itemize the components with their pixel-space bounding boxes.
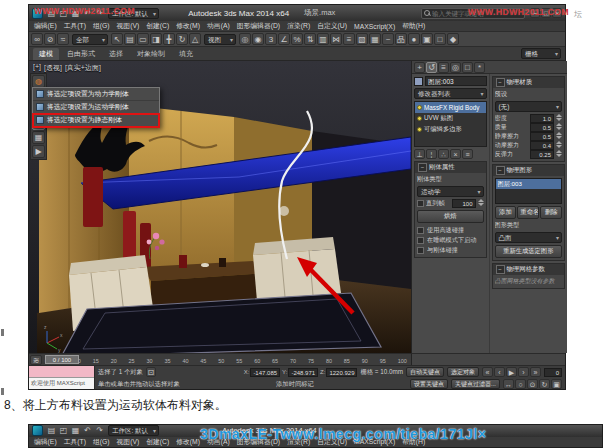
rigid-option-row[interactable]: 与刚体碰撞 [417, 245, 484, 255]
menu-item[interactable]: 组(G) [93, 21, 110, 31]
coordinate-system-dropdown[interactable]: 视图 [204, 34, 236, 45]
menu-item[interactable]: 工具(T) [64, 21, 86, 31]
ribbon-tab[interactable]: 填充 [173, 48, 199, 60]
spinner-control[interactable] [478, 199, 484, 208]
flyout-menu-item[interactable]: 将选定项设置为静态刚体 [33, 114, 159, 127]
listener-script-line[interactable]: 欢迎使用 MAXScript [29, 378, 94, 389]
modifier-stack-row[interactable]: UVW 贴图 [415, 113, 486, 124]
rigid-type-dropdown[interactable]: 运动学 [417, 186, 484, 197]
viewport-menu-pov[interactable]: [透视] [44, 63, 62, 73]
window-crossing-icon[interactable]: ◨ [150, 33, 162, 45]
param-value[interactable]: 0.5 [530, 123, 554, 132]
selection-lock-icon[interactable]: ⊡ [146, 367, 156, 377]
go-to-end-icon[interactable]: » [530, 367, 541, 377]
track-bar[interactable]: ≋ 05101520253035404550556065707580859095… [29, 353, 411, 365]
maximize-viewport-icon[interactable]: ▣ [551, 379, 562, 389]
ribbon-tab[interactable]: 建模 [33, 48, 59, 60]
angle-snap-icon[interactable]: ∠ [278, 33, 290, 45]
selection-region-icon[interactable]: ▭ [137, 33, 149, 45]
play-icon[interactable]: ▶ [506, 367, 517, 377]
motion-tab-icon[interactable]: ◎ [450, 62, 461, 73]
rigid-option-row[interactable]: 使用高速碰撞 [417, 225, 484, 235]
use-pivot-center-icon[interactable]: ◎ [239, 33, 251, 45]
previous-frame-icon[interactable]: ‹ [494, 367, 505, 377]
menu-item[interactable]: 自定义(U) [317, 21, 347, 31]
menu-item[interactable]: 帮助(H) [402, 21, 425, 31]
transform-type-in[interactable]: Z: 1220.929 [320, 368, 357, 377]
zoom-extents-icon[interactable]: ⊙ [527, 379, 538, 389]
shape-type-dropdown[interactable]: 凸面 [495, 232, 563, 243]
menu-item[interactable]: 视图(V) [117, 21, 140, 31]
axis-value[interactable]: -248.971 [288, 368, 318, 377]
utilities-tab-icon[interactable]: * [474, 62, 485, 73]
select-object-icon[interactable]: ↖ [111, 33, 123, 45]
display-tab-icon[interactable]: □ [462, 62, 473, 73]
add-time-tag[interactable]: 添加时间标记 [276, 380, 314, 389]
axis-value[interactable]: -147.085 [250, 368, 280, 377]
rollout-header[interactable]: 物理材质 [493, 77, 565, 88]
mcloth-icon[interactable]: ▦ [32, 131, 45, 144]
option-checkbox[interactable] [417, 247, 424, 254]
transform-type-in[interactable]: Y: -248.971 [282, 368, 318, 377]
flyout-menu-item[interactable]: 将选定项设置为运动学刚体 [33, 101, 159, 114]
param-value[interactable]: 0.25 [530, 150, 554, 159]
snaps-toggle-icon[interactable]: 3 [265, 33, 277, 45]
option-checkbox[interactable] [417, 237, 424, 244]
ribbon-toggle-icon[interactable]: ▦ [369, 33, 381, 45]
perspective-viewport[interactable]: xyz [+] [透视] [真实+边面] ◍●◐○▦▶ 将选定项设置为动力学刚体… [29, 61, 411, 353]
shape-action-button[interactable]: 删除 [540, 206, 562, 219]
make-unique-icon[interactable]: ∴ [438, 149, 449, 159]
unlink-selection-icon[interactable]: ⊘ [44, 33, 56, 45]
axis-value[interactable]: 1220.929 [326, 368, 357, 377]
render-setup-icon[interactable]: ▣ [421, 33, 433, 45]
shapes-list-row[interactable]: 图层:003 [496, 179, 562, 189]
go-to-start-icon[interactable]: « [482, 367, 493, 377]
ribbon-tab[interactable]: 自由形式 [61, 48, 101, 60]
modifier-enable-icon[interactable] [417, 116, 422, 121]
select-and-scale-icon[interactable]: △ [189, 33, 201, 45]
param-value[interactable]: 0.5 [530, 132, 554, 141]
modifier-enable-icon[interactable] [417, 127, 422, 132]
modify-tab-icon[interactable]: ↺ [426, 62, 437, 73]
ribbon-tab[interactable]: 对象绘制 [131, 48, 171, 60]
pan-view-icon[interactable]: ↔ [503, 379, 514, 389]
menu-item[interactable]: 动画(A) [207, 21, 230, 31]
zoom-icon[interactable]: ○ [515, 379, 526, 389]
simulate-icon[interactable]: ▶ [32, 145, 45, 158]
transform-type-in[interactable]: X: -147.085 [244, 368, 280, 377]
select-and-rotate-icon[interactable]: ↻ [176, 33, 188, 45]
auto-key-button[interactable]: 自动关键点 [406, 367, 444, 377]
current-frame-field[interactable]: 0 [544, 368, 562, 377]
rollout-header[interactable]: 物理网格参数 [493, 264, 565, 275]
viewport-menu-general[interactable]: [+] [33, 63, 41, 73]
show-end-result-icon[interactable]: ¦ [426, 149, 437, 159]
selection-filter-dropdown[interactable]: 全部 [72, 34, 108, 45]
regenerate-shape-button[interactable]: 重新生成选定图形 [495, 245, 563, 258]
spinner-snap-icon[interactable]: ⇅ [304, 33, 316, 45]
option-checkbox[interactable] [417, 227, 424, 234]
select-and-manipulate-icon[interactable]: ◉ [252, 33, 264, 45]
modifier-list-dropdown[interactable]: 修改器列表 [414, 88, 487, 99]
mini-curve-editor-button[interactable]: ≋ [30, 355, 42, 365]
curve-editor-icon[interactable]: ~ [382, 33, 394, 45]
menu-item[interactable]: 创建(C) [146, 21, 169, 31]
bake-button[interactable]: 烘焙 [417, 210, 484, 223]
configure-modifier-sets-icon[interactable]: ≡ [462, 149, 473, 159]
listener-macro-line[interactable] [29, 366, 94, 378]
spinner-control[interactable] [556, 114, 562, 123]
spinner-control[interactable] [556, 150, 562, 159]
object-color-swatch[interactable] [414, 77, 423, 86]
preset-dropdown[interactable]: (无) [495, 101, 563, 112]
orbit-icon[interactable]: ↻ [539, 379, 550, 389]
rollout-header[interactable]: 物理图形 [493, 165, 565, 176]
flyout-menu-item[interactable]: 将选定项设置为动力学刚体 [33, 88, 159, 101]
menu-item[interactable]: 编辑(E) [34, 21, 57, 31]
create-tab-icon[interactable]: + [414, 62, 425, 73]
material-editor-icon[interactable]: ● [408, 33, 420, 45]
hierarchy-tab-icon[interactable]: ≡ [438, 62, 449, 73]
modifier-stack-row[interactable]: MassFX Rigid Body [415, 102, 486, 113]
rendered-frame-icon[interactable]: □ [434, 33, 446, 45]
time-slider-handle[interactable]: 0 / 100 [45, 355, 79, 364]
modifier-stack-row[interactable]: 可编辑多边形 [415, 124, 486, 135]
viewport-menu-shading[interactable]: [真实+边面] [65, 63, 101, 73]
